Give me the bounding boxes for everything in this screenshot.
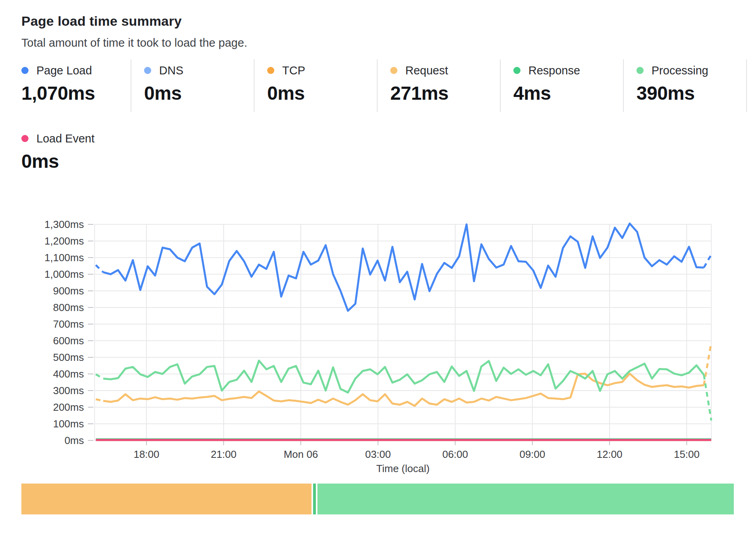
stat-value: 390ms	[636, 82, 746, 104]
response-dot-icon	[513, 67, 520, 74]
svg-text:1,200ms: 1,200ms	[44, 235, 84, 247]
stat-dns: DNS 0ms	[131, 59, 255, 112]
timeline-processing-segment[interactable]	[317, 484, 734, 514]
chart-svg[interactable]: 0ms100ms200ms300ms400ms500ms600ms700ms80…	[0, 214, 756, 491]
processing-dot-icon	[636, 67, 644, 74]
tcp-dot-icon	[267, 67, 274, 74]
stat-label: Page Load	[36, 64, 92, 77]
stat-value: 4ms	[513, 82, 623, 104]
stat-value: 0ms	[267, 82, 377, 104]
timeline-bar	[21, 484, 735, 514]
svg-text:600ms: 600ms	[53, 335, 84, 347]
svg-text:09:00: 09:00	[519, 448, 545, 460]
dns-dot-icon	[144, 67, 151, 74]
svg-text:1,300ms: 1,300ms	[44, 218, 84, 230]
stats-row: Page Load 1,070ms DNS 0ms TCP 0ms Reques…	[0, 59, 747, 112]
stat-value: 271ms	[390, 82, 500, 104]
svg-text:Time (local): Time (local)	[376, 463, 430, 474]
stat-value: 0ms	[144, 82, 254, 104]
svg-text:400ms: 400ms	[53, 368, 84, 380]
svg-text:500ms: 500ms	[53, 351, 84, 363]
timeline-response-segment[interactable]	[313, 484, 316, 514]
svg-text:1,000ms: 1,000ms	[44, 268, 84, 280]
stat-value: 0ms	[21, 150, 131, 172]
svg-text:03:00: 03:00	[365, 448, 391, 460]
svg-text:800ms: 800ms	[53, 302, 84, 313]
page-title: Page load time summary	[21, 13, 182, 29]
stat-request: Request 271ms	[378, 59, 501, 112]
timeline-request-segment[interactable]	[21, 484, 312, 514]
svg-text:1,100ms: 1,100ms	[44, 252, 84, 264]
svg-text:06:00: 06:00	[442, 448, 468, 460]
svg-text:21:00: 21:00	[211, 448, 236, 460]
stat-label: Load Event	[36, 132, 95, 145]
svg-text:300ms: 300ms	[53, 385, 84, 397]
stat-value: 1,070ms	[21, 82, 131, 104]
stat-label: Response	[528, 64, 580, 77]
stat-response: Response 4ms	[501, 59, 624, 112]
stat-tcp: TCP 0ms	[255, 59, 378, 112]
svg-text:0ms: 0ms	[65, 434, 84, 446]
svg-text:700ms: 700ms	[53, 318, 84, 330]
svg-text:100ms: 100ms	[53, 418, 84, 430]
request-dot-icon	[390, 67, 397, 74]
svg-text:900ms: 900ms	[53, 285, 84, 297]
stat-label: Request	[405, 64, 448, 77]
svg-text:12:00: 12:00	[596, 448, 622, 460]
page-subtitle: Total amount of time it took to load the…	[21, 36, 247, 49]
svg-text:200ms: 200ms	[53, 401, 84, 413]
stats-row-2: Load Event 0ms	[0, 127, 131, 180]
svg-text:Mon 06: Mon 06	[284, 448, 318, 460]
stat-label: TCP	[282, 64, 305, 77]
stat-label: Processing	[652, 64, 708, 77]
stat-page-load: Page Load 1,070ms	[0, 59, 131, 112]
svg-text:15:00: 15:00	[674, 448, 699, 460]
stat-processing: Processing 390ms	[624, 59, 747, 112]
page-load-time-chart: 0ms100ms200ms300ms400ms500ms600ms700ms80…	[0, 214, 756, 491]
page-load-dot-icon	[21, 67, 28, 74]
stat-label: DNS	[159, 64, 183, 77]
svg-text:18:00: 18:00	[133, 448, 159, 460]
stat-load-event: Load Event 0ms	[0, 127, 131, 180]
load-event-dot-icon	[21, 135, 28, 142]
